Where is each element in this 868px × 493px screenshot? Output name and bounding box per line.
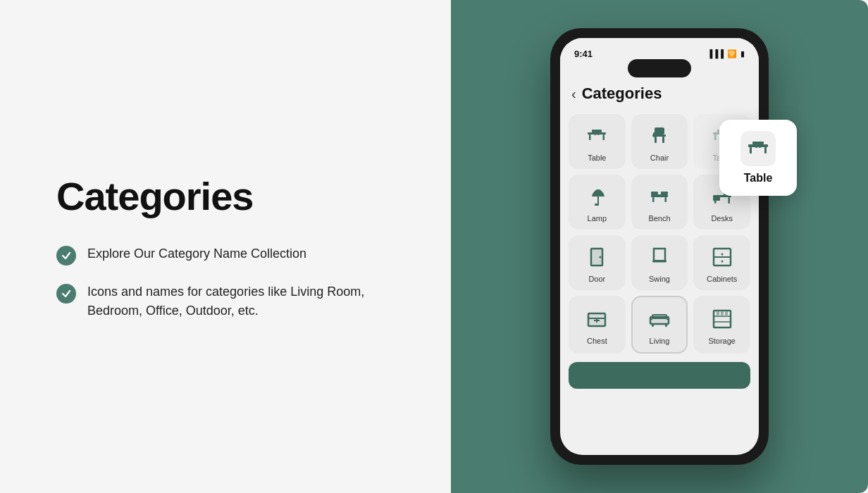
svg-rect-21 [595, 204, 599, 206]
svg-rect-58 [717, 312, 719, 316]
phone-wrapper: Table 9:41 ▐▐▐ 🛜 ▮ ‹ [550, 28, 769, 465]
living-icon [646, 306, 673, 332]
category-card-table[interactable]: Table [569, 114, 626, 169]
svg-rect-37 [652, 260, 666, 263]
svg-rect-2 [764, 147, 767, 154]
wifi-icon: 🛜 [727, 49, 737, 58]
door-icon [583, 244, 610, 270]
svg-rect-15 [662, 137, 664, 143]
svg-rect-29 [728, 197, 730, 204]
svg-rect-60 [725, 312, 728, 316]
chest-label: Chest [587, 337, 607, 345]
table-label: Table [588, 154, 606, 162]
category-card-chair[interactable]: Chair [631, 114, 688, 169]
table-icon [583, 123, 610, 149]
svg-point-41 [721, 254, 723, 256]
svg-rect-10 [595, 132, 597, 135]
page-title: Categories [56, 173, 395, 219]
bottom-button[interactable] [569, 362, 750, 389]
category-card-bench[interactable]: Bench [631, 175, 688, 230]
check-icon-1 [56, 246, 76, 266]
check-icon-2 [56, 284, 76, 304]
cabinets-label: Cabinets [707, 275, 737, 283]
cabinets-icon [709, 244, 736, 270]
tooltip-popup: Table [719, 120, 797, 196]
left-panel: Categories Explore Our Category Name Col… [0, 0, 451, 493]
svg-rect-6 [588, 132, 606, 135]
bench-icon [646, 183, 673, 210]
storage-label: Storage [708, 337, 736, 345]
feature-list: Explore Our Category Name Collection Ico… [56, 244, 395, 320]
status-bar: 9:41 ▐▐▐ 🛜 ▮ [560, 38, 759, 62]
feature-text-1: Explore Our Category Name Collection [87, 244, 306, 263]
battery-icon: ▮ [740, 49, 745, 58]
feature-item-2: Icons and names for categories like Livi… [56, 282, 395, 320]
svg-rect-23 [652, 197, 655, 202]
svg-rect-52 [665, 324, 667, 327]
svg-rect-26 [661, 192, 668, 194]
back-button[interactable]: ‹ [571, 86, 576, 102]
phone-frame: 9:41 ▐▐▐ 🛜 ▮ ‹ Categories [550, 28, 769, 465]
category-card-cabinets[interactable]: Cabinets [693, 235, 750, 290]
svg-rect-18 [714, 135, 717, 140]
lamp-label: Lamp [588, 214, 607, 223]
chest-icon [583, 306, 610, 332]
storage-icon [709, 306, 736, 332]
svg-rect-3 [752, 142, 764, 144]
category-card-living[interactable]: Living [631, 296, 688, 354]
feature-item-1: Explore Our Category Name Collection [56, 244, 395, 266]
tooltip-label: Table [744, 172, 773, 185]
category-card-door[interactable]: Door [569, 235, 626, 290]
svg-rect-31 [713, 197, 720, 201]
swing-label: Swing [649, 275, 670, 283]
feature-text-2: Icons and names for categories like Livi… [87, 282, 395, 320]
svg-rect-1 [750, 147, 752, 154]
bench-label: Bench [648, 214, 670, 223]
category-card-storage[interactable]: Storage [693, 296, 750, 354]
svg-rect-11 [597, 132, 600, 135]
category-card-swing[interactable]: Swing [631, 235, 688, 290]
signal-icon: ▐▐▐ [707, 49, 724, 58]
svg-rect-12 [655, 127, 664, 135]
chair-icon [646, 123, 673, 149]
app-header: ‹ Categories [560, 77, 759, 108]
status-time: 9:41 [574, 49, 593, 59]
svg-rect-5 [759, 144, 761, 148]
svg-rect-4 [755, 144, 757, 148]
svg-rect-51 [652, 324, 654, 327]
svg-rect-59 [721, 312, 724, 316]
living-label: Living [650, 337, 670, 345]
svg-rect-14 [655, 137, 657, 143]
category-card-chest[interactable]: Chest [569, 296, 626, 354]
status-icons: ▐▐▐ 🛜 ▮ [707, 49, 745, 58]
desks-label: Desks [711, 214, 733, 223]
right-panel: Table 9:41 ▐▐▐ 🛜 ▮ ‹ [451, 0, 868, 493]
tooltip-icon [740, 131, 776, 166]
screen-title: Categories [582, 85, 662, 103]
chair-label: Chair [650, 154, 669, 162]
svg-rect-8 [603, 135, 605, 140]
svg-rect-7 [589, 135, 591, 140]
lamp-icon [583, 183, 610, 210]
svg-point-42 [721, 261, 723, 263]
svg-rect-25 [651, 192, 658, 194]
category-card-lamp[interactable]: Lamp [569, 175, 626, 230]
swing-icon [646, 244, 673, 270]
svg-rect-9 [592, 130, 602, 132]
svg-rect-0 [748, 144, 768, 147]
phone-screen: 9:41 ▐▐▐ 🛜 ▮ ‹ Categories [560, 38, 759, 455]
door-label: Door [588, 275, 605, 283]
svg-rect-22 [651, 194, 668, 197]
svg-point-34 [600, 256, 602, 258]
svg-rect-24 [664, 197, 666, 202]
